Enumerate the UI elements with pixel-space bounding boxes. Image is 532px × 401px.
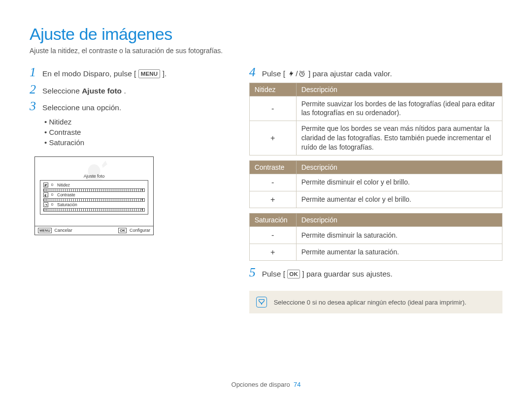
- sym-cell: +: [249, 121, 296, 155]
- slider-value: 0: [50, 183, 54, 187]
- list-item: Nitidez: [44, 117, 225, 127]
- cam-footer: MENU Cancelar OK Configurar: [35, 226, 153, 235]
- table-row: + Permite que los bordes se vean más nít…: [249, 121, 502, 155]
- step-4: 4 Pulse [ / ] para ajustar cada valor.: [249, 65, 502, 80]
- slider-row: ◐ 0 Contraste: [43, 192, 145, 202]
- menu-key: MENU: [138, 69, 161, 78]
- step-3: 3 Seleccione una opción.: [30, 99, 225, 114]
- step-number: 4: [249, 65, 262, 80]
- sym-cell: +: [249, 244, 296, 261]
- page-title: Ajuste de imágenes: [30, 25, 502, 44]
- option-list: Nitidez Contraste Saturación: [44, 117, 225, 148]
- table-row: + Permite aumentar la saturación.: [249, 244, 502, 261]
- table-header: Descripción: [296, 214, 502, 227]
- flash-timer-icon: /: [288, 68, 305, 79]
- step-number: 2: [30, 83, 42, 97]
- note-icon: [256, 297, 267, 308]
- desc-cell: Permite disminuir la saturación.: [296, 227, 502, 244]
- page-footer: Opciones de disparo 74: [0, 381, 532, 388]
- table-row: - Permite disminuir el color y el brillo…: [249, 174, 502, 191]
- saturation-icon: ◔: [43, 202, 48, 207]
- desc-cell: Permite suavizar los bordes de las fotog…: [296, 96, 502, 121]
- step-text: En el modo Disparo, pulse [: [42, 69, 136, 78]
- table-header: Saturación: [249, 214, 296, 227]
- slider-value: 0: [50, 192, 54, 197]
- ok-key: OK: [287, 270, 300, 278]
- slider-bar: [43, 188, 145, 192]
- step-text: ] para guardar sus ajustes.: [302, 270, 393, 278]
- right-column: 4 Pulse [ / ] para ajustar cada valor. N…: [249, 65, 502, 313]
- table-header: Nitidez: [249, 83, 296, 96]
- slider-label: Saturación: [57, 202, 77, 207]
- step-2: 2 Seleccione Ajuste foto .: [30, 83, 225, 97]
- step-text: Seleccione: [42, 87, 82, 95]
- step-text: Pulse [: [262, 270, 285, 278]
- table-row: + Permite aumentar el color y el brillo.: [249, 191, 502, 208]
- step-text: .: [124, 87, 126, 95]
- configure-label: Configurar: [130, 228, 150, 233]
- sharpness-icon: ◩: [43, 183, 48, 187]
- footer-section: Opciones de disparo: [232, 381, 290, 388]
- slider-label: Nitidez: [57, 183, 70, 187]
- step-text: Seleccione una opción.: [42, 99, 121, 113]
- sym-cell: -: [249, 227, 296, 244]
- contrast-icon: ◐: [43, 192, 48, 197]
- step-text-bold: Ajuste foto: [82, 87, 122, 95]
- footer-page-number: 74: [294, 381, 300, 388]
- slider-value: 0: [50, 202, 54, 207]
- sym-cell: -: [249, 96, 296, 121]
- slider-row: ◔ 0 Saturación: [43, 202, 145, 212]
- cancel-label: Cancelar: [55, 228, 72, 233]
- step-text: Pulse [: [262, 69, 285, 78]
- table-row: - Permite suavizar los bordes de las fot…: [249, 96, 502, 121]
- table-header: Descripción: [296, 161, 502, 174]
- menu-key-small: MENU: [38, 228, 52, 233]
- list-item: Contraste: [44, 127, 225, 137]
- desc-cell: Permite aumentar el color y el brillo.: [296, 191, 502, 208]
- table-header: Contraste: [249, 161, 296, 174]
- contraste-table: Contraste Descripción - Permite disminui…: [249, 160, 502, 208]
- slider-row: ◩ 0 Nitidez: [43, 183, 145, 192]
- ok-key-small: OK: [118, 228, 127, 233]
- saturacion-table: Saturación Descripción - Permite disminu…: [249, 213, 502, 261]
- step-text: ] para ajustar cada valor.: [308, 69, 392, 78]
- page-subtitle: Ajuste la nitidez, el contraste o la sat…: [30, 47, 502, 55]
- desc-cell: Permite aumentar la saturación.: [296, 244, 502, 261]
- step-number: 3: [30, 99, 42, 114]
- slider-bar: [43, 208, 145, 212]
- note-box: Seleccione 0 si no desea aplicar ningún …: [249, 291, 502, 313]
- desc-cell: Permite que los bordes se vean más nítid…: [296, 121, 502, 155]
- sym-cell: -: [249, 174, 296, 191]
- note-text: Seleccione 0 si no desea aplicar ningún …: [274, 299, 466, 306]
- slider-label: Contraste: [57, 192, 75, 197]
- list-item: Saturación: [44, 137, 225, 148]
- cam-menu-label: Ajuste foto: [84, 174, 105, 179]
- camera-screenshot: Ajuste foto ◩ 0 Nitidez ◐ 0: [34, 156, 154, 235]
- nitidez-table: Nitidez Descripción - Permite suavizar l…: [249, 83, 502, 155]
- sym-cell: +: [249, 191, 296, 208]
- desc-cell: Permite disminuir el color y el brillo.: [296, 174, 502, 191]
- table-row: - Permite disminuir la saturación.: [249, 227, 502, 244]
- cam-sliders: ◩ 0 Nitidez ◐ 0 Contraste: [40, 180, 148, 215]
- step-number: 5: [249, 266, 262, 280]
- step-text: ].: [163, 69, 167, 78]
- step-5: 5 Pulse [ OK ] para guardar sus ajustes.: [249, 266, 502, 280]
- step-number: 1: [30, 65, 42, 80]
- step-1: 1 En el modo Disparo, pulse [ MENU ].: [30, 65, 225, 80]
- left-column: 1 En el modo Disparo, pulse [ MENU ]. 2 …: [30, 65, 225, 313]
- slider-bar: [43, 198, 145, 202]
- table-header: Descripción: [296, 83, 502, 96]
